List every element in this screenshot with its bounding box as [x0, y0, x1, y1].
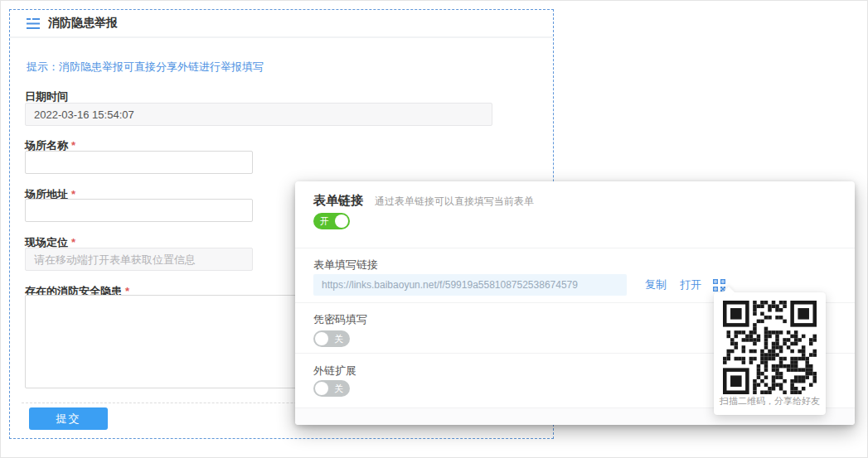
- toggle-knob: [315, 332, 328, 345]
- password-fill-toggle[interactable]: 关: [313, 330, 350, 347]
- form-title: 消防隐患举报: [48, 16, 118, 31]
- external-link-extension-toggle[interactable]: 关: [313, 380, 350, 397]
- share-tip-text: 提示：消防隐患举报可直接分享外链进行举报填写: [27, 60, 264, 75]
- form-header: 消防隐患举报: [10, 10, 553, 38]
- modal-title: 表单链接: [313, 193, 363, 209]
- place-name-input[interactable]: [25, 151, 253, 174]
- location-input: [25, 248, 253, 271]
- screenshot-root: 消防隐患举报 提示：消防隐患举报可直接分享外链进行举报填写 日期时间 场所名称*…: [0, 0, 868, 458]
- submit-button[interactable]: 提交: [29, 407, 108, 430]
- form-link-enabled-toggle[interactable]: 开: [313, 213, 350, 229]
- toggle-knob: [335, 215, 348, 228]
- datetime-input: [25, 103, 492, 126]
- modal-subtitle: 通过表单链接可以直接填写当前表单: [375, 195, 534, 209]
- qr-caption: 扫描二维码，分享给好友: [714, 395, 826, 407]
- password-fill-label: 凭密码填写: [313, 312, 367, 327]
- qr-code-image: [723, 301, 817, 394]
- qr-code-icon[interactable]: [713, 279, 725, 292]
- menu-fold-icon[interactable]: [27, 18, 40, 29]
- toggle-knob: [315, 382, 328, 395]
- external-link-extension-label: 外链扩展: [313, 364, 356, 378]
- open-link-button[interactable]: 打开: [680, 277, 701, 292]
- qr-share-popup: 扫描二维码，分享给好友: [714, 292, 826, 415]
- modal-divider-1: [295, 248, 855, 248]
- form-url-field[interactable]: https://links.baibaoyun.net/f/59919a5581…: [313, 274, 627, 296]
- fill-link-label: 表单填写链接: [313, 258, 378, 272]
- place-address-input[interactable]: [25, 199, 253, 222]
- copy-link-button[interactable]: 复制: [645, 277, 667, 292]
